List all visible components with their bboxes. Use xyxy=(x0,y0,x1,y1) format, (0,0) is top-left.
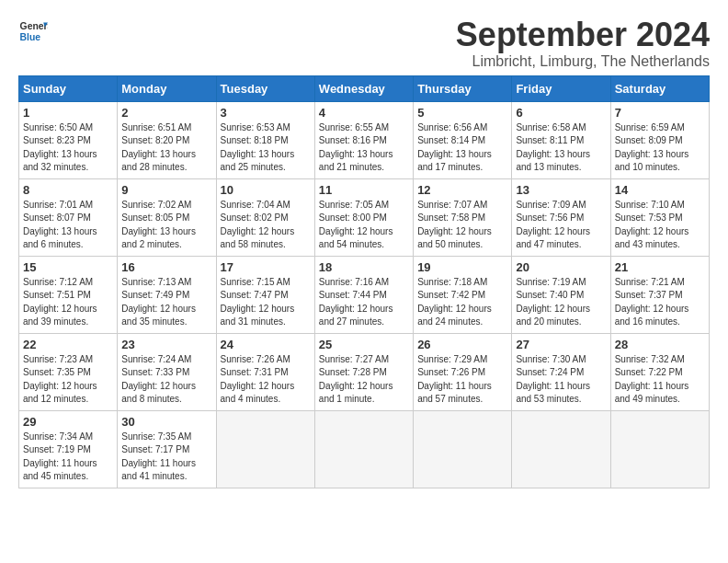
day-number: 1 xyxy=(23,106,113,120)
day-number: 25 xyxy=(319,338,409,351)
calendar-cell: 30Sunrise: 7:35 AM Sunset: 7:17 PM Dayli… xyxy=(118,410,216,488)
day-number: 7 xyxy=(615,106,705,120)
day-number: 5 xyxy=(417,106,507,120)
day-number: 15 xyxy=(23,260,113,274)
calendar-week-row: 1Sunrise: 6:50 AM Sunset: 8:23 PM Daylig… xyxy=(19,101,710,178)
day-info: Sunrise: 7:18 AM Sunset: 7:42 PM Dayligh… xyxy=(417,276,507,329)
day-info: Sunrise: 7:05 AM Sunset: 8:00 PM Dayligh… xyxy=(319,199,409,252)
calendar-cell: 20Sunrise: 7:19 AM Sunset: 7:40 PM Dayli… xyxy=(512,256,610,333)
day-number: 12 xyxy=(417,183,507,197)
day-info: Sunrise: 7:01 AM Sunset: 8:07 PM Dayligh… xyxy=(23,199,113,252)
weekday-header: Thursday xyxy=(414,75,512,101)
calendar-cell: 24Sunrise: 7:26 AM Sunset: 7:31 PM Dayli… xyxy=(216,333,314,410)
page: General Blue September 2024 Limbricht, L… xyxy=(0,0,728,498)
calendar-cell: 15Sunrise: 7:12 AM Sunset: 7:51 PM Dayli… xyxy=(19,256,118,333)
calendar-cell: 14Sunrise: 7:10 AM Sunset: 7:53 PM Dayli… xyxy=(610,178,709,256)
day-info: Sunrise: 7:19 AM Sunset: 7:40 PM Dayligh… xyxy=(516,276,606,329)
day-number: 16 xyxy=(121,260,211,274)
calendar-cell: 18Sunrise: 7:16 AM Sunset: 7:44 PM Dayli… xyxy=(314,256,413,333)
calendar-cell: 28Sunrise: 7:32 AM Sunset: 7:22 PM Dayli… xyxy=(610,333,709,410)
calendar-cell: 11Sunrise: 7:05 AM Sunset: 8:00 PM Dayli… xyxy=(314,178,413,256)
day-info: Sunrise: 7:27 AM Sunset: 7:28 PM Dayligh… xyxy=(319,353,409,407)
calendar-cell: 27Sunrise: 7:30 AM Sunset: 7:24 PM Dayli… xyxy=(512,333,610,410)
calendar-cell: 26Sunrise: 7:29 AM Sunset: 7:26 PM Dayli… xyxy=(414,333,512,410)
calendar-cell: 6Sunrise: 6:58 AM Sunset: 8:11 PM Daylig… xyxy=(512,101,610,178)
day-number: 24 xyxy=(221,338,311,351)
month-title: September 2024 xyxy=(456,17,710,53)
day-info: Sunrise: 7:15 AM Sunset: 7:47 PM Dayligh… xyxy=(221,276,311,329)
day-info: Sunrise: 7:12 AM Sunset: 7:51 PM Dayligh… xyxy=(23,276,113,329)
day-number: 18 xyxy=(319,260,409,274)
calendar-cell: 2Sunrise: 6:51 AM Sunset: 8:20 PM Daylig… xyxy=(118,101,216,178)
weekday-header: Wednesday xyxy=(314,75,413,101)
day-info: Sunrise: 6:58 AM Sunset: 8:11 PM Dayligh… xyxy=(516,121,606,175)
calendar-cell: 19Sunrise: 7:18 AM Sunset: 7:42 PM Dayli… xyxy=(414,256,512,333)
day-number: 28 xyxy=(615,338,705,351)
calendar-cell: 22Sunrise: 7:23 AM Sunset: 7:35 PM Dayli… xyxy=(19,333,118,410)
logo-icon: General Blue xyxy=(18,17,48,46)
day-number: 29 xyxy=(23,415,113,429)
header: General Blue September 2024 Limbricht, L… xyxy=(18,17,710,70)
day-info: Sunrise: 7:13 AM Sunset: 7:49 PM Dayligh… xyxy=(121,276,211,329)
day-info: Sunrise: 6:51 AM Sunset: 8:20 PM Dayligh… xyxy=(121,121,211,175)
day-number: 2 xyxy=(121,106,211,120)
calendar-cell: 1Sunrise: 6:50 AM Sunset: 8:23 PM Daylig… xyxy=(19,101,118,178)
weekday-header: Monday xyxy=(118,75,216,101)
calendar-cell: 12Sunrise: 7:07 AM Sunset: 7:58 PM Dayli… xyxy=(414,178,512,256)
day-number: 21 xyxy=(615,260,705,274)
logo: General Blue xyxy=(18,17,48,46)
day-number: 3 xyxy=(221,106,311,120)
calendar-cell xyxy=(216,410,314,488)
weekday-header: Sunday xyxy=(19,75,118,101)
calendar-cell: 21Sunrise: 7:21 AM Sunset: 7:37 PM Dayli… xyxy=(610,256,709,333)
calendar-cell xyxy=(512,410,610,488)
day-info: Sunrise: 7:04 AM Sunset: 8:02 PM Dayligh… xyxy=(221,199,311,252)
calendar-table: SundayMondayTuesdayWednesdayThursdayFrid… xyxy=(18,75,710,488)
calendar-week-row: 15Sunrise: 7:12 AM Sunset: 7:51 PM Dayli… xyxy=(19,256,710,333)
day-info: Sunrise: 7:30 AM Sunset: 7:24 PM Dayligh… xyxy=(516,353,606,407)
day-info: Sunrise: 7:34 AM Sunset: 7:19 PM Dayligh… xyxy=(23,431,113,484)
day-info: Sunrise: 6:50 AM Sunset: 8:23 PM Dayligh… xyxy=(23,121,113,175)
day-info: Sunrise: 7:16 AM Sunset: 7:44 PM Dayligh… xyxy=(319,276,409,329)
calendar-cell: 17Sunrise: 7:15 AM Sunset: 7:47 PM Dayli… xyxy=(216,256,314,333)
day-number: 11 xyxy=(319,183,409,197)
day-number: 9 xyxy=(121,183,211,197)
header-row: SundayMondayTuesdayWednesdayThursdayFrid… xyxy=(19,75,710,101)
calendar-cell: 29Sunrise: 7:34 AM Sunset: 7:19 PM Dayli… xyxy=(19,410,118,488)
calendar-cell: 16Sunrise: 7:13 AM Sunset: 7:49 PM Dayli… xyxy=(118,256,216,333)
day-info: Sunrise: 7:26 AM Sunset: 7:31 PM Dayligh… xyxy=(221,353,311,407)
day-info: Sunrise: 7:24 AM Sunset: 7:33 PM Dayligh… xyxy=(121,353,211,407)
day-number: 14 xyxy=(615,183,705,197)
day-number: 17 xyxy=(221,260,311,274)
calendar-cell xyxy=(314,410,413,488)
day-number: 19 xyxy=(417,260,507,274)
day-info: Sunrise: 7:29 AM Sunset: 7:26 PM Dayligh… xyxy=(417,353,507,407)
calendar-week-row: 22Sunrise: 7:23 AM Sunset: 7:35 PM Dayli… xyxy=(19,333,710,410)
day-info: Sunrise: 6:59 AM Sunset: 8:09 PM Dayligh… xyxy=(615,121,705,175)
day-info: Sunrise: 7:09 AM Sunset: 7:56 PM Dayligh… xyxy=(516,199,606,252)
calendar-cell: 9Sunrise: 7:02 AM Sunset: 8:05 PM Daylig… xyxy=(118,178,216,256)
calendar-cell xyxy=(610,410,709,488)
day-info: Sunrise: 7:35 AM Sunset: 7:17 PM Dayligh… xyxy=(121,431,211,484)
day-info: Sunrise: 6:53 AM Sunset: 8:18 PM Dayligh… xyxy=(221,121,311,175)
day-number: 6 xyxy=(516,106,606,120)
calendar-cell: 23Sunrise: 7:24 AM Sunset: 7:33 PM Dayli… xyxy=(118,333,216,410)
day-number: 26 xyxy=(417,338,507,351)
day-number: 30 xyxy=(121,415,211,429)
day-number: 20 xyxy=(516,260,606,274)
calendar-cell: 7Sunrise: 6:59 AM Sunset: 8:09 PM Daylig… xyxy=(610,101,709,178)
svg-text:Blue: Blue xyxy=(20,32,41,42)
title-area: September 2024 Limbricht, Limburg, The N… xyxy=(456,17,710,70)
calendar-cell: 25Sunrise: 7:27 AM Sunset: 7:28 PM Dayli… xyxy=(314,333,413,410)
weekday-header: Friday xyxy=(512,75,610,101)
day-info: Sunrise: 7:10 AM Sunset: 7:53 PM Dayligh… xyxy=(615,199,705,252)
calendar-cell: 10Sunrise: 7:04 AM Sunset: 8:02 PM Dayli… xyxy=(216,178,314,256)
calendar-week-row: 29Sunrise: 7:34 AM Sunset: 7:19 PM Dayli… xyxy=(19,410,710,488)
weekday-header: Tuesday xyxy=(216,75,314,101)
day-number: 23 xyxy=(121,338,211,351)
day-number: 27 xyxy=(516,338,606,351)
subtitle: Limbricht, Limburg, The Netherlands xyxy=(456,53,710,70)
calendar-cell: 3Sunrise: 6:53 AM Sunset: 8:18 PM Daylig… xyxy=(216,101,314,178)
calendar-cell: 5Sunrise: 6:56 AM Sunset: 8:14 PM Daylig… xyxy=(414,101,512,178)
day-info: Sunrise: 6:56 AM Sunset: 8:14 PM Dayligh… xyxy=(417,121,507,175)
